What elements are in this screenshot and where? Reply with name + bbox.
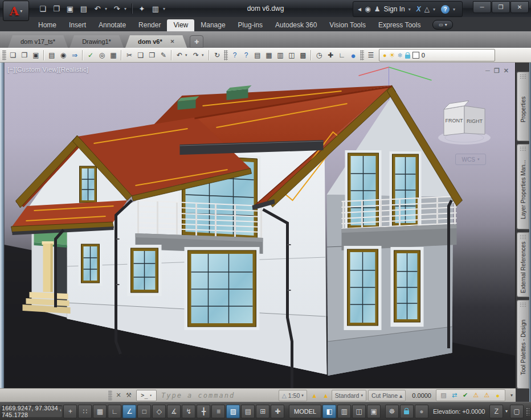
minimize-button[interactable]: ─ xyxy=(473,1,491,13)
transparency-toggle[interactable]: ▨ xyxy=(226,405,240,418)
search-icon[interactable]: ◉ xyxy=(365,5,370,13)
quick-view-layouts-button[interactable]: ◫ xyxy=(352,405,366,418)
tab-autodesk360[interactable]: Autodesk 360 xyxy=(269,19,323,31)
object-snap-tracking-toggle[interactable]: ∡ xyxy=(167,405,181,418)
time-button[interactable]: ◷ xyxy=(313,50,325,61)
tray-overflow-dropdown[interactable]: ▾ xyxy=(508,393,516,398)
orbit-button[interactable]: ● xyxy=(348,50,359,61)
undo-dropdown[interactable]: ▾ xyxy=(105,6,109,11)
panel-tab-layer-properties[interactable]: Layer Properties Man... xyxy=(517,144,529,229)
tool-palettes-button[interactable]: ▥ xyxy=(275,50,286,61)
annotation-sync-icon[interactable]: ⇄ xyxy=(450,392,459,399)
tab-manage[interactable]: Manage xyxy=(194,19,231,31)
maximize-button[interactable]: ❐ xyxy=(492,1,510,13)
qat-overflow-dropdown[interactable]: ▾ xyxy=(163,6,168,11)
paste-button[interactable]: ❒ xyxy=(146,50,158,61)
ortho-mode-toggle[interactable]: ∟ xyxy=(108,405,121,418)
selection-cycling-toggle[interactable]: ⊞ xyxy=(256,405,269,418)
markup-set-manager-button[interactable]: ▩ xyxy=(297,50,309,61)
command-history-button[interactable]: >_ ▾ xyxy=(136,390,157,401)
publish-button[interactable]: ⇒ xyxy=(69,50,80,61)
close-tab-icon[interactable]: ✕ xyxy=(170,39,175,44)
close-button[interactable]: ✕ xyxy=(510,1,529,13)
properties-palette-button[interactable]: ▤ xyxy=(252,50,263,61)
standards-warning-icon[interactable]: ⚠ xyxy=(471,392,481,399)
help-button[interactable]: ? xyxy=(229,50,240,61)
tab-plugins[interactable]: Plug-ins xyxy=(232,19,269,31)
toolbar-grip[interactable] xyxy=(360,50,364,60)
undo-button[interactable]: ↶ xyxy=(91,2,104,15)
unreconciled-layers-icon[interactable]: ⚠ xyxy=(482,392,492,399)
help-dropdown[interactable]: ▾ xyxy=(453,7,458,12)
toolbar-grip[interactable] xyxy=(224,50,228,60)
cut-plane-value[interactable]: 0.0000 xyxy=(407,392,436,399)
grid-display-toggle[interactable]: ▦ xyxy=(93,405,107,418)
save-button[interactable]: ▣ xyxy=(64,2,76,15)
gear-icon[interactable]: ☸ xyxy=(385,405,399,418)
xref-refresh-button[interactable]: ↻ xyxy=(211,50,223,61)
tray-bulb-icon[interactable]: ● xyxy=(493,392,503,399)
copy-button[interactable]: ❑ xyxy=(135,50,146,61)
layer-control[interactable]: ● ☀ ❄ 0 xyxy=(379,49,495,61)
layer-lock-icon[interactable] xyxy=(405,55,410,59)
exchange-apps-icon[interactable]: X xyxy=(416,5,421,13)
redo-button[interactable]: ↷ xyxy=(190,50,202,61)
dynamic-ucs-toggle[interactable]: ↯ xyxy=(182,405,195,418)
steering-wheel-button[interactable]: ✚ xyxy=(325,50,336,61)
drawing-tab-dom-v17[interactable]: dom v17_ts* xyxy=(8,35,68,48)
infer-constraints-toggle[interactable]: + xyxy=(63,405,77,418)
plot-preview-button[interactable]: ◉ xyxy=(58,50,69,61)
annotation-autoscale-toggle[interactable]: ▲ xyxy=(320,392,332,399)
cut-button[interactable]: ✂ xyxy=(124,50,135,61)
quick-calc-button[interactable]: ▦ xyxy=(108,50,119,61)
match-properties-button[interactable]: ✎ xyxy=(158,50,169,61)
quick-view-drawings-button[interactable]: ▥ xyxy=(337,405,351,418)
dual-display-button[interactable]: ▣ xyxy=(367,405,381,418)
panel-tab-external-references[interactable]: External References xyxy=(517,232,529,297)
quick-properties-toggle[interactable]: ▤ xyxy=(241,405,255,418)
open-button[interactable]: ❐ xyxy=(19,50,30,61)
clean-screen-button[interactable]: ▢ xyxy=(510,405,524,418)
tab-express-tools[interactable]: Express Tools xyxy=(372,19,427,31)
new-button[interactable]: ❏ xyxy=(36,2,49,15)
redo-dropdown[interactable]: ▾ xyxy=(124,6,129,11)
plot-button[interactable]: ▤ xyxy=(46,50,58,61)
drawing-tab-drawing1[interactable]: Drawing1* xyxy=(70,35,124,48)
3d-object-snap-toggle[interactable]: ◇ xyxy=(152,405,166,418)
drawing-tab-dom-v6[interactable]: dom v6* ✕ xyxy=(125,35,187,48)
viewport-canvas[interactable]: [−][Custom View][Realistic] ─ ❐ ✕ FRONT … xyxy=(4,63,516,402)
cut-plane-control[interactable]: Cut Plane ▴ xyxy=(368,390,406,401)
plot-ok-icon[interactable]: ✔ xyxy=(460,392,470,399)
model-button[interactable]: MODEL xyxy=(289,405,321,418)
layer-vp-freeze-icon[interactable]: ❄ xyxy=(397,52,402,59)
application-menu-button[interactable]: A ▾ xyxy=(3,1,29,21)
plot-button[interactable]: ▤ xyxy=(77,2,90,15)
layer-properties-manager-button[interactable]: ☰ xyxy=(365,50,377,61)
status-bar-grip[interactable] xyxy=(526,407,529,415)
lineweight-toggle[interactable]: ≡ xyxy=(211,405,225,418)
wcs-dropdown[interactable]: WCS ▾ xyxy=(455,154,486,165)
design-center-button[interactable]: ▦ xyxy=(263,50,275,61)
new-button[interactable]: ❏ xyxy=(7,50,19,61)
viewcube-right-face[interactable]: RIGHT xyxy=(467,118,483,124)
annotation-visibility-toggle[interactable]: ▲ xyxy=(309,392,320,399)
open-button[interactable]: ❐ xyxy=(50,2,63,15)
tab-home[interactable]: Home xyxy=(32,19,63,31)
annotation-monitor-toggle[interactable]: ✚ xyxy=(271,405,284,418)
viewport-restore-button[interactable]: ❐ xyxy=(494,67,500,75)
new-drawing-tab-button[interactable]: ✚ xyxy=(190,35,203,48)
autodesk360-icon[interactable]: △ xyxy=(424,5,430,13)
polar-tracking-toggle[interactable]: ∠ xyxy=(122,405,136,418)
info-button[interactable]: ? xyxy=(240,50,252,61)
layer-color-swatch[interactable] xyxy=(412,52,419,59)
a360-dropdown[interactable]: ▾ xyxy=(433,7,438,12)
tab-vision-tools[interactable]: Vision Tools xyxy=(323,19,372,31)
view-cube[interactable]: FRONT RIGHT xyxy=(436,97,493,151)
command-input[interactable]: Type a command xyxy=(161,392,274,400)
ribbon-state-button[interactable]: ▭ ▾ xyxy=(432,20,453,30)
undo-button[interactable]: ↶ xyxy=(174,50,185,61)
viewport-close-button[interactable]: ✕ xyxy=(504,67,509,75)
snap-mode-toggle[interactable]: ∷ xyxy=(78,405,92,418)
help-button[interactable]: ? xyxy=(441,5,450,14)
search-back-icon[interactable]: ◂ xyxy=(358,5,361,13)
